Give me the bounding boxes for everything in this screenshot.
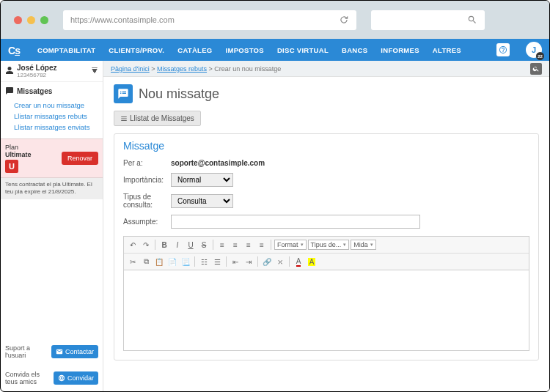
redo-icon[interactable]: ↷ [140, 239, 152, 251]
to-value: soporte@contasimple.com [171, 159, 265, 167]
underline-icon[interactable]: U [185, 239, 197, 251]
editor-textarea[interactable] [123, 270, 529, 351]
format-select[interactable]: Format [274, 240, 307, 250]
notification-badge: 22 [536, 52, 544, 60]
subject-label: Assumpte: [123, 218, 164, 226]
user-avatar[interactable]: J 22 [526, 42, 542, 58]
link-icon[interactable]: 🔗 [261, 256, 273, 267]
browser-search[interactable] [371, 10, 485, 30]
list-ul-icon[interactable]: ☰ [211, 256, 223, 267]
url-text: https://www.contasimple.com [70, 15, 175, 24]
invite-button[interactable]: Convidar [54, 371, 98, 385]
editor-toolbar: ↶ ↷ B I U S ≡ ≡ ≡ ≡ [123, 236, 529, 270]
list-icon [120, 115, 128, 122]
url-bar[interactable]: https://www.contasimple.com [63, 10, 356, 30]
type-label: Tipus de consulta: [123, 193, 164, 209]
list-messages-button[interactable]: Llistat de Missatges [114, 111, 201, 126]
font-select[interactable]: Tipus de... [308, 240, 350, 250]
paste-icon[interactable]: 📋 [153, 256, 165, 267]
help-icon [499, 45, 507, 54]
messages-section[interactable]: Missatges [1, 82, 103, 98]
paste-word-icon[interactable]: 📃 [180, 256, 191, 267]
cut-icon[interactable]: ✂ [127, 256, 139, 267]
plan-label: Plan [5, 144, 32, 151]
bold-icon[interactable]: B [158, 239, 170, 251]
importance-select[interactable]: Normal [171, 173, 233, 187]
menu-informes[interactable]: INFORMES [381, 46, 419, 54]
chat-icon [5, 86, 14, 95]
size-select[interactable]: Mida [351, 240, 376, 250]
crumb-home[interactable]: Pàgina d'inici [111, 65, 150, 73]
user-icon [5, 66, 14, 76]
user-name: José López [17, 64, 88, 72]
menu-clients[interactable]: CLIENTS/PROV. [109, 46, 164, 54]
app-logo[interactable]: Cs [8, 43, 24, 56]
link-list-sent[interactable]: Llistar missatges enviats [14, 122, 103, 133]
menu-bancs[interactable]: BANCS [342, 46, 367, 54]
crumb-mid[interactable]: Missatges rebuts [157, 65, 207, 73]
strike-icon[interactable]: S [198, 239, 210, 251]
globe-icon [58, 374, 65, 382]
minimize-dot[interactable] [27, 16, 35, 24]
renew-button[interactable]: Renovar [62, 152, 98, 165]
indent-icon[interactable]: ⇥ [243, 256, 254, 267]
maximize-dot[interactable] [40, 16, 48, 24]
bg-color-icon[interactable]: A [306, 256, 318, 267]
type-select[interactable]: Consulta [171, 194, 233, 208]
page-title: Nou missatge [139, 86, 219, 102]
help-button[interactable] [496, 43, 510, 56]
align-justify-icon[interactable]: ≡ [256, 239, 268, 251]
importance-label: Importància: [123, 176, 164, 184]
outdent-icon[interactable]: ⇤ [230, 256, 241, 267]
contact-button[interactable]: Contactar [51, 345, 98, 358]
close-dot[interactable] [14, 16, 22, 24]
list-ol-icon[interactable]: ☷ [198, 256, 210, 267]
plan-name: Ultimate [5, 151, 32, 158]
user-id: 123456782 [17, 72, 88, 78]
invite-label: Convida els teus amics [5, 371, 51, 385]
mail-icon [56, 348, 63, 355]
italic-icon[interactable]: I [172, 239, 183, 251]
align-center-icon[interactable]: ≡ [230, 239, 241, 251]
menu-impostos[interactable]: IMPOSTOS [226, 46, 264, 54]
search-icon [532, 65, 540, 73]
link-create-message[interactable]: Crear un nou missatge [14, 100, 103, 111]
menu-cataleg[interactable]: CATÀLEG [177, 46, 212, 54]
copy-icon[interactable]: ⧉ [140, 256, 152, 267]
menu-altres[interactable]: ALTRES [433, 46, 461, 54]
menu-disc[interactable]: DISC VIRTUAL [277, 46, 329, 54]
unlink-icon[interactable]: ⤫ [274, 256, 286, 267]
crumb-current: Crear un nou missatge [214, 65, 281, 73]
menu-comptabilitat[interactable]: COMPTABILITAT [37, 46, 95, 54]
link-list-received[interactable]: Llistar missatges rebuts [14, 111, 103, 122]
subject-input[interactable] [171, 215, 420, 229]
page-search-button[interactable] [530, 63, 542, 75]
paste-text-icon[interactable]: 📄 [166, 256, 178, 267]
to-label: Per a: [123, 159, 164, 167]
window-controls [14, 16, 48, 24]
support-label: Suport a l'usuari [5, 344, 48, 359]
breadcrumb: Pàgina d'inici > Missatges rebuts > Crea… [111, 65, 281, 73]
search-icon [467, 15, 477, 25]
messages-label: Missatges [17, 87, 52, 95]
settings-icon[interactable] [91, 67, 98, 75]
text-color-icon[interactable]: A [293, 256, 304, 267]
plan-logo: U [5, 160, 18, 173]
align-right-icon[interactable]: ≡ [243, 239, 254, 251]
plan-expiry-note: Tens contractat el pla Ultimate. El teu … [1, 178, 103, 199]
refresh-icon[interactable] [339, 15, 349, 25]
message-icon [114, 84, 133, 103]
avatar-letter: J [532, 45, 536, 54]
align-left-icon[interactable]: ≡ [216, 239, 228, 251]
panel-title: Missatge [114, 134, 538, 156]
undo-icon[interactable]: ↶ [127, 239, 139, 251]
